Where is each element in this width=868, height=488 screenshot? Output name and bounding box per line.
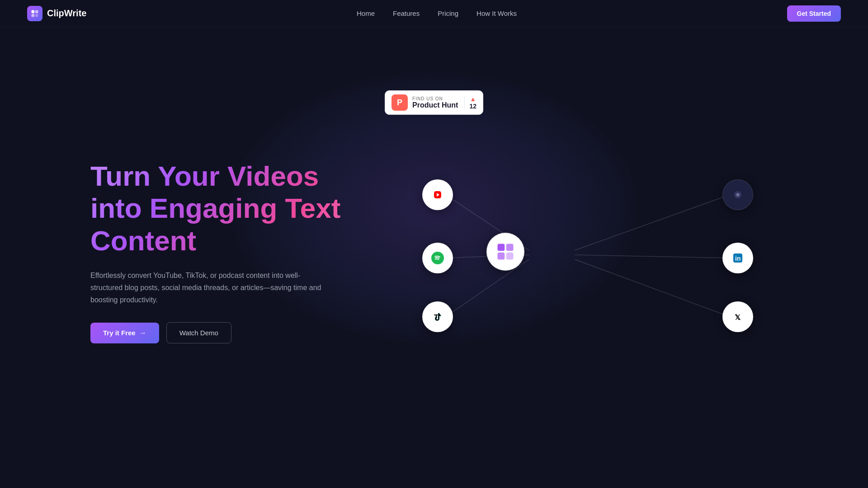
arrow-icon: → <box>139 329 146 337</box>
svg-rect-2 <box>32 14 35 17</box>
navbar: ClipWrite Home Features Pricing How It W… <box>0 0 868 27</box>
hero-description: Effortlessly convert YouTube, TikTok, or… <box>90 269 326 306</box>
svg-rect-3 <box>35 14 38 17</box>
product-hunt-badge[interactable]: P FIND US ON Product Hunt ▲ 12 <box>385 90 483 115</box>
svg-text:𝕏: 𝕏 <box>735 314 741 321</box>
get-started-button[interactable]: Get Started <box>787 5 841 22</box>
watch-demo-button[interactable]: Watch Demo <box>166 322 231 343</box>
integration-diagram: T <box>398 161 778 342</box>
svg-rect-18 <box>498 253 505 260</box>
hero-text-block: Turn Your Videos into Engaging Text Cont… <box>90 160 362 343</box>
nav-home[interactable]: Home <box>357 9 375 17</box>
svg-line-9 <box>575 259 730 317</box>
linkedin-node: in <box>722 243 753 273</box>
logo-icon <box>27 6 42 21</box>
ph-votes-count: 12 <box>469 103 476 110</box>
svg-line-7 <box>575 195 730 250</box>
svg-text:in: in <box>735 255 741 262</box>
x-twitter-node: 𝕏 <box>722 301 753 332</box>
logo-text: ClipWrite <box>47 8 86 19</box>
svg-rect-16 <box>498 244 505 251</box>
ph-product-name: Product Hunt <box>412 101 458 109</box>
hero-content: Turn Your Videos into Engaging Text Cont… <box>0 160 868 343</box>
nav-how-it-works[interactable]: How It Works <box>476 9 517 17</box>
ph-votes: ▲ 12 <box>464 95 476 110</box>
diagram-container: T <box>398 161 778 342</box>
nav-features[interactable]: Features <box>393 9 420 17</box>
ph-icon: P <box>392 94 408 111</box>
ph-find-us-label: FIND US ON <box>412 96 458 101</box>
ph-votes-arrow-icon: ▲ <box>470 95 476 103</box>
record-node <box>722 179 753 210</box>
hero-buttons: Try it Free → Watch Demo <box>90 322 362 343</box>
svg-rect-1 <box>35 10 38 13</box>
try-it-free-button[interactable]: Try it Free → <box>90 323 159 343</box>
svg-line-6 <box>446 259 529 317</box>
clipwrite-center-node <box>486 233 524 271</box>
svg-rect-0 <box>32 10 35 13</box>
hero-title: Turn Your Videos into Engaging Text Cont… <box>90 160 362 257</box>
svg-rect-19 <box>506 253 514 260</box>
spotify-node <box>422 243 453 273</box>
nav-links: Home Features Pricing How It Works <box>357 9 517 18</box>
svg-point-23 <box>737 194 739 196</box>
svg-line-8 <box>575 255 730 258</box>
youtube-node <box>422 179 453 210</box>
nav-pricing[interactable]: Pricing <box>438 9 458 17</box>
logo[interactable]: ClipWrite <box>27 6 86 21</box>
svg-rect-17 <box>506 244 514 251</box>
tiktok-node: T <box>422 301 453 332</box>
hero-section: P FIND US ON Product Hunt ▲ 12 Turn Your… <box>0 27 868 488</box>
diagram-lines <box>398 161 778 342</box>
ph-text-group: FIND US ON Product Hunt <box>412 96 458 109</box>
